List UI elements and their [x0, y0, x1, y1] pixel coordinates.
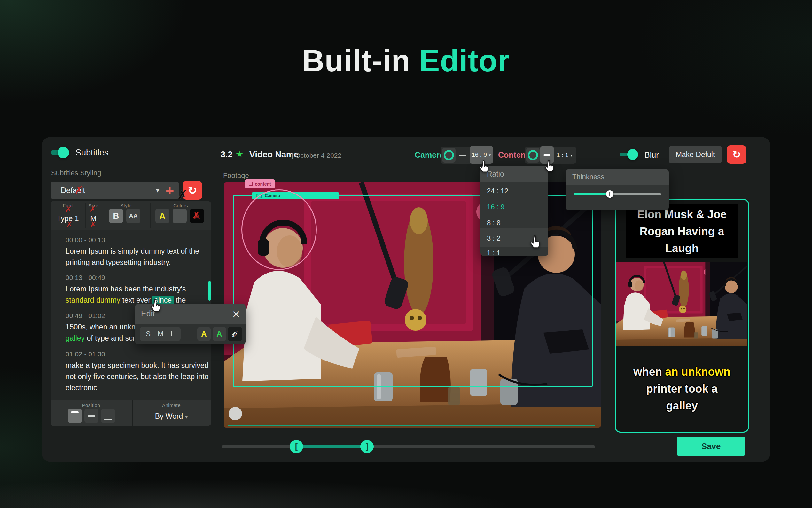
preview-title-box: Elon Musk & Joe Rogan Having a Laugh — [626, 204, 738, 257]
reset-all-button[interactable]: ↻ — [727, 145, 746, 164]
timeline-selection[interactable] — [296, 445, 367, 448]
subtitle-entry[interactable]: 01:02 - 01:30 make a type specimen book.… — [65, 350, 211, 393]
size-l[interactable]: L — [171, 330, 174, 338]
close-icon[interactable]: × — [232, 308, 240, 320]
x-mark: ✗ — [192, 211, 199, 220]
entry-time: 01:02 - 01:30 — [65, 350, 211, 358]
hand-cursor-icon — [150, 299, 162, 314]
chevron-down-icon: ▾ — [570, 153, 573, 158]
grid-icon — [249, 182, 253, 186]
animate-label: Animate — [132, 403, 211, 408]
content-circle-button[interactable] — [526, 148, 540, 163]
subtitle-entry[interactable]: 00:00 - 00:13 Lorem Ipsum is simply dumm… — [65, 236, 211, 268]
camera-ratio-value: 16 : 9 — [472, 151, 487, 158]
plus-icon: + — [165, 184, 175, 197]
preview-panel: Elon Musk & Joe Rogan Having a Laugh whe… — [615, 199, 749, 432]
timeline-handle-end[interactable]: ] — [360, 440, 374, 453]
color-green-button[interactable]: A — [212, 327, 226, 341]
colors-label: Colors — [150, 203, 211, 208]
thickness-slider-knob[interactable] — [606, 190, 614, 198]
x-mark: ✗ — [90, 221, 96, 228]
caps-button[interactable]: AA — [126, 209, 140, 223]
chevron-down-icon: ▾ — [156, 186, 159, 194]
blur-label: Blur — [644, 151, 659, 160]
subtitle-word: when — [633, 365, 665, 378]
color-yellow-button[interactable]: A — [197, 327, 211, 341]
timeline-track[interactable] — [222, 445, 595, 448]
preview-subtitle-line1: when an unknown — [616, 363, 748, 380]
entry-time: 00:13 - 00:49 — [65, 274, 211, 282]
reset-icon: ↻ — [188, 184, 197, 197]
video-progress-line[interactable] — [228, 425, 594, 426]
size-m[interactable]: M — [158, 330, 163, 338]
preview-title-line: Rogan Having a — [640, 223, 724, 240]
blur-toggle-knob[interactable] — [627, 149, 638, 160]
chevron-down-icon: ▾ — [489, 153, 491, 157]
position-middle-button[interactable] — [84, 409, 98, 423]
preset-dropdown[interactable]: Default ▾ — [50, 182, 166, 199]
preview-thumbnail — [616, 262, 747, 346]
hand-cursor-icon — [543, 159, 556, 174]
content-label: Content — [498, 151, 528, 160]
page: Built-in Editor Subtitles Subtitles Styl… — [0, 0, 812, 508]
preview-subtitle-line3: galley — [616, 397, 748, 414]
x-cursor-mark: ✗ — [178, 188, 187, 201]
page-title: Built-in Editor — [0, 45, 812, 76]
entry-seg: text ever — [120, 296, 152, 304]
camera-line-button[interactable] — [456, 148, 469, 163]
entry-time: 00:00 - 00:13 — [65, 236, 211, 244]
make-default-button[interactable]: Make Defult — [669, 146, 722, 163]
video-date: | October 4 2022 — [292, 152, 341, 159]
styling-strip: Font Size Style Colors Type 1 ✗ ✗ M ✗ ✗ … — [50, 201, 211, 230]
custom-color-button[interactable]: ✎ — [228, 327, 242, 341]
x-mark: ✗ — [66, 221, 73, 228]
subtitles-label: Subtitles — [76, 148, 109, 158]
ratio-option[interactable]: 24 : 12 — [487, 187, 508, 195]
subtitles-toggle-knob[interactable] — [57, 147, 69, 158]
color-swatch-yellow[interactable]: A — [155, 209, 170, 223]
camera-circle-button[interactable] — [442, 148, 456, 163]
content-tag-label: content — [255, 181, 271, 186]
add-preset-button[interactable]: + — [160, 182, 179, 199]
edit-popup-body: S M L A A ✎ — [135, 324, 245, 344]
ratio-menu-title: Ratio — [480, 166, 548, 182]
ratio-option[interactable]: 1 : 1 — [487, 249, 500, 256]
bold-button[interactable]: B — [109, 209, 123, 223]
color-swatch-blank[interactable] — [173, 209, 187, 223]
content-ratio-dropdown[interactable]: 1 : 1 ▾ — [554, 148, 575, 163]
page-title-white: Built-in — [302, 43, 411, 78]
ratio-option[interactable]: 8 : 8 — [487, 219, 500, 227]
subtitle-entry[interactable]: 00:13 - 00:49 Lorem Ipsum has been the i… — [65, 274, 211, 306]
camera-focus-circle[interactable] — [241, 189, 317, 270]
video-rating: 3.2 — [221, 150, 233, 160]
entry-seg-green: galley — [65, 334, 85, 342]
preview-thumbnail-image — [616, 262, 747, 346]
preview-title-line: Laugh — [665, 240, 699, 257]
position-animate-bar: Position Animate By Word ▾ — [50, 400, 211, 426]
ratio-option[interactable]: 3 : 2 — [487, 234, 500, 243]
pencil-icon: ✎ — [230, 331, 240, 338]
x-mark-preset: ✗ — [75, 185, 83, 195]
list-scrollbar[interactable] — [208, 281, 211, 301]
thickness-body — [566, 185, 669, 211]
content-tag[interactable]: content — [245, 179, 275, 188]
ratio-option-selected[interactable]: 16 : 9 — [487, 203, 505, 211]
entry-text: Lorem Ipsum has been the industry's stan… — [65, 284, 211, 306]
page-title-accent: Editor — [419, 43, 510, 78]
watermark-circle — [229, 407, 242, 420]
size-s[interactable]: S — [146, 330, 151, 338]
x-mark: ✗ — [65, 205, 71, 213]
timeline-handle-start[interactable]: [ — [290, 440, 303, 453]
save-button[interactable]: Save — [677, 437, 745, 456]
hand-cursor-icon — [529, 235, 542, 250]
position-top-button[interactable] — [68, 409, 82, 423]
x-mark: ✗ — [90, 205, 96, 213]
page-title-space — [411, 43, 419, 78]
animate-value: By Word — [155, 412, 183, 420]
dash-icon — [543, 154, 551, 156]
position-bottom-button[interactable] — [101, 409, 115, 423]
size-buttons[interactable]: S M L — [140, 327, 181, 341]
entry-seg: Lorem Ipsum has been the industry's — [65, 285, 186, 293]
thickness-title: Thinkness — [566, 169, 669, 185]
animate-dropdown[interactable]: By Word ▾ — [132, 412, 211, 421]
